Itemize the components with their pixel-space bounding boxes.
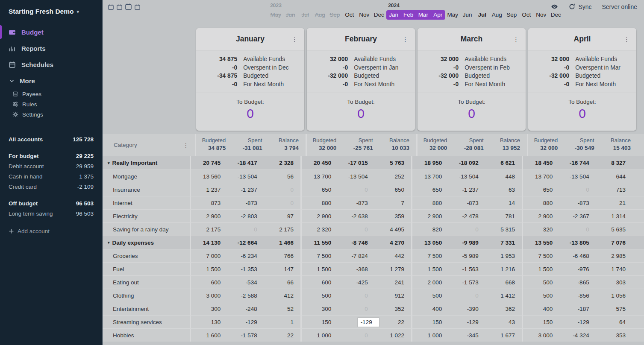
category-mortgage[interactable]: Mortgage: [103, 170, 190, 183]
privacy-eye-icon[interactable]: [551, 3, 558, 10]
month-menu-dots-icon[interactable]: ⋮: [289, 35, 300, 44]
month-menu-dots-icon[interactable]: ⋮: [621, 35, 632, 44]
budgeted-cell[interactable]: 7 500: [412, 253, 449, 259]
spent-cell[interactable]: -12 664: [227, 240, 264, 246]
balance-cell[interactable]: 2 985: [596, 253, 632, 259]
balance-cell[interactable]: 650: [375, 187, 411, 193]
budgeted-cell[interactable]: 150: [523, 319, 559, 325]
spent-cell[interactable]: -534: [227, 279, 264, 286]
sidebar-item-reports[interactable]: Reports: [0, 40, 102, 56]
budgeted-cell[interactable]: 7 000: [191, 253, 227, 259]
budgeted-cell[interactable]: 320: [523, 226, 559, 233]
month-nav-jul-2023[interactable]: Jul: [298, 10, 313, 20]
spent-cell[interactable]: 0: [449, 226, 485, 233]
spent-cell[interactable]: -16 744: [559, 160, 596, 166]
budgeted-cell[interactable]: 13 700: [302, 173, 338, 180]
category-clothing[interactable]: Clothing: [103, 289, 190, 302]
spent-cell[interactable]: 0: [559, 226, 596, 233]
balance-cell[interactable]: 7 331: [485, 240, 522, 246]
category-insurrance[interactable]: Insurrance: [103, 183, 190, 196]
balance-cell[interactable]: 22: [375, 319, 411, 325]
balance-cell[interactable]: 14: [485, 200, 522, 206]
balance-cell[interactable]: 448: [485, 173, 522, 180]
budgeted-cell[interactable]: 2 000: [412, 279, 449, 286]
balance-cell[interactable]: 5 763: [375, 160, 411, 166]
balance-cell[interactable]: 359: [375, 213, 411, 219]
spent-cell[interactable]: 0: [338, 332, 374, 339]
category-group-daily-expenses[interactable]: ▾Daily expenses: [103, 236, 190, 249]
spent-cell[interactable]: -2 803: [227, 213, 264, 219]
spent-cell[interactable]: -4 324: [559, 332, 596, 339]
month-nav-dec-2024[interactable]: Dec: [549, 10, 564, 20]
spent-cell[interactable]: -1 353: [227, 266, 264, 272]
category-saving-for-a-rainy-day[interactable]: Saving for a rainy day: [103, 223, 190, 236]
budgeted-cell[interactable]: 7 500: [302, 253, 338, 259]
balance-cell[interactable]: 352: [375, 306, 411, 312]
spent-cell[interactable]: -2 588: [227, 292, 264, 299]
sidebar-item-schedules[interactable]: Schedules: [0, 56, 102, 73]
budgeted-cell[interactable]: 1 500: [412, 266, 449, 272]
balance-cell[interactable]: 4 270: [375, 240, 411, 246]
spent-cell[interactable]: 0: [449, 292, 485, 299]
balance-cell[interactable]: 2 328: [264, 160, 300, 166]
budgeted-cell[interactable]: 3 000: [523, 332, 559, 339]
balance-cell[interactable]: 64: [596, 319, 632, 325]
balance-cell[interactable]: 353: [596, 332, 632, 339]
spent-cell[interactable]: -9 989: [449, 240, 485, 246]
spent-cell[interactable]: 0: [338, 187, 374, 193]
month-nav-nov-2024[interactable]: Nov: [534, 10, 549, 20]
budgeted-cell[interactable]: 1 000: [412, 332, 449, 339]
to-budget-amount[interactable]: 0: [307, 106, 415, 121]
balance-cell[interactable]: 575: [596, 306, 632, 312]
budgeted-cell[interactable]: 650: [523, 187, 559, 193]
to-budget-amount[interactable]: 0: [196, 106, 304, 121]
balance-cell[interactable]: 7 076: [596, 240, 632, 246]
sidebar-item-rules[interactable]: Rules: [4, 99, 102, 109]
spent-cell[interactable]: -7 824: [338, 253, 374, 259]
month-nav-aug-2023[interactable]: Aug: [313, 10, 328, 20]
budgeted-cell[interactable]: 300: [191, 306, 227, 312]
budgeted-cell[interactable]: 500: [412, 292, 449, 299]
budgeted-cell[interactable]: 2 900: [302, 213, 338, 219]
budgeted-cell[interactable]: 20 450: [302, 160, 338, 166]
balance-cell[interactable]: 97: [264, 213, 300, 219]
spent-cell[interactable]: -129: [227, 319, 264, 325]
month-nav-jan-2024[interactable]: Jan: [386, 10, 401, 20]
spent-cell[interactable]: -13 504: [449, 173, 485, 180]
spent-cell[interactable]: 0: [338, 226, 374, 233]
spent-cell[interactable]: -129: [338, 318, 374, 327]
balance-cell[interactable]: 2 175: [264, 226, 300, 233]
spent-cell[interactable]: -865: [559, 279, 596, 286]
spent-cell[interactable]: -1 578: [227, 332, 264, 339]
calendar-view-4-icon[interactable]: [134, 4, 141, 10]
spent-cell[interactable]: -129: [559, 319, 596, 325]
month-nav-dec-2023[interactable]: Dec: [372, 10, 387, 20]
balance-cell[interactable]: 303: [596, 279, 632, 286]
balance-cell[interactable]: 442: [375, 253, 411, 259]
calendar-view-2-icon[interactable]: [116, 4, 123, 10]
balance-cell[interactable]: 147: [264, 266, 300, 272]
month-nav-jul-2024[interactable]: Jul: [475, 10, 490, 20]
category-entertainment[interactable]: Entertainment: [103, 302, 190, 315]
spent-cell[interactable]: -1 563: [449, 266, 485, 272]
balance-cell[interactable]: 1 022: [375, 332, 411, 339]
account-row-cash-in-hand[interactable]: Cash in hand1 375: [9, 171, 94, 181]
spent-cell[interactable]: -345: [449, 332, 485, 339]
balance-cell[interactable]: 1 953: [485, 253, 522, 259]
budgeted-cell[interactable]: 130: [191, 319, 227, 325]
budgeted-cell[interactable]: 1 600: [191, 332, 227, 339]
balance-cell[interactable]: 912: [375, 292, 411, 299]
budget-edit-input[interactable]: -129: [358, 318, 379, 327]
balance-cell[interactable]: 1 740: [596, 266, 632, 272]
spent-cell[interactable]: -13 504: [227, 173, 264, 180]
balance-cell[interactable]: 5 315: [485, 226, 522, 233]
budgeted-cell[interactable]: 150: [302, 319, 338, 325]
budgeted-cell[interactable]: 820: [412, 226, 449, 233]
balance-cell[interactable]: 0: [264, 200, 300, 206]
budgeted-cell[interactable]: 500: [523, 279, 559, 286]
spent-cell[interactable]: -187: [559, 306, 596, 312]
budgeted-cell[interactable]: 7 500: [523, 253, 559, 259]
budget-file-selector[interactable]: Starting Fresh Demo ▾: [0, 8, 102, 15]
spent-cell[interactable]: -5 989: [449, 253, 485, 259]
spent-cell[interactable]: -1 237: [449, 187, 485, 193]
